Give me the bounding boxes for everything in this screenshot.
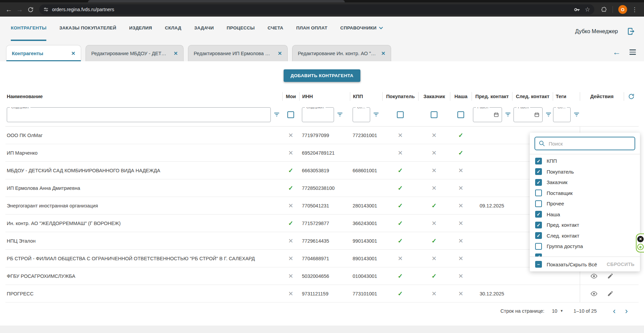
column-header[interactable]: ИНН xyxy=(299,92,350,101)
view-icon[interactable] xyxy=(590,291,598,296)
address-bar[interactable]: orders.regina.fvds.ru/partners ☆ xyxy=(39,4,594,15)
back-icon[interactable]: ← xyxy=(3,4,14,15)
edit-icon[interactable] xyxy=(607,273,614,279)
column-menu-item[interactable]: ✓КПП xyxy=(530,156,640,166)
filter-funnel-icon[interactable] xyxy=(337,112,343,117)
filter-text-input[interactable] xyxy=(305,108,331,122)
toggle-all-checkbox[interactable]: – xyxy=(535,261,542,268)
checked-checkbox[interactable]: ✓ xyxy=(535,179,542,186)
filter-checkbox[interactable] xyxy=(431,111,437,118)
view-icon[interactable] xyxy=(590,273,598,279)
filter-input[interactable]: Равен xyxy=(473,107,502,122)
unchecked-checkbox[interactable] xyxy=(535,200,542,207)
column-header[interactable]: Теги xyxy=(553,92,580,101)
document-tab[interactable]: Контрагенты✕ xyxy=(6,45,81,61)
column-menu-item[interactable]: ✓Пред. контакт xyxy=(530,220,640,230)
nav-item[interactable]: ЗАДАЧИ xyxy=(194,25,214,41)
unchecked-checkbox[interactable] xyxy=(535,243,542,250)
column-menu-item[interactable]: Группа доступа xyxy=(530,241,640,252)
nav-item[interactable]: ПРОЦЕССЫ xyxy=(227,25,255,41)
table-row[interactable]: ПРОГРЕСС✕9731121159773101001✓✕✕30.12.202… xyxy=(5,285,639,303)
tab-scroll-left-icon[interactable]: ← xyxy=(613,48,621,56)
password-key-icon[interactable] xyxy=(574,6,580,13)
nav-item[interactable]: ПЛАН ОПЛАТ xyxy=(296,25,327,41)
filter-text-input[interactable] xyxy=(556,108,568,122)
site-settings-icon[interactable] xyxy=(43,7,49,12)
checked-checkbox[interactable]: ✓ xyxy=(535,232,542,239)
calendar-icon[interactable] xyxy=(494,112,499,117)
forward-icon[interactable]: → xyxy=(14,4,25,15)
browser-menu-icon[interactable]: ⋮ xyxy=(629,4,640,15)
column-menu-item[interactable]: ✓Покупатель xyxy=(530,166,640,177)
filter-text-input[interactable] xyxy=(10,108,268,122)
checked-checkbox[interactable]: ✓ xyxy=(535,158,542,164)
document-tab[interactable]: Редактирование Ин. контр. АО "ЖЕЛДОР...✕ xyxy=(292,45,391,61)
column-menu-item[interactable]: ✓Заказчик xyxy=(530,177,640,188)
search-input[interactable] xyxy=(549,141,631,147)
close-tab-icon[interactable]: ✕ xyxy=(173,50,178,57)
calendar-icon[interactable] xyxy=(534,112,540,117)
url-text[interactable]: orders.regina.fvds.ru/partners xyxy=(52,7,569,12)
filter-input[interactable]: Равен xyxy=(514,107,543,122)
tab-menu-icon[interactable] xyxy=(629,48,636,56)
nav-item[interactable]: СПРАВОЧНИКИ xyxy=(340,25,383,41)
browser-avatar[interactable]: O xyxy=(618,5,627,14)
column-menu-item[interactable]: ✓ xyxy=(530,252,640,257)
column-header[interactable]: След. контакт xyxy=(512,92,553,101)
nav-item[interactable]: КОНТРАГЕНТЫ xyxy=(11,25,46,41)
column-search[interactable] xyxy=(534,137,635,150)
filter-input[interactable]: Со... xyxy=(553,107,571,122)
filter-funnel-icon[interactable] xyxy=(574,112,579,117)
unchecked-checkbox[interactable] xyxy=(535,190,542,196)
close-tab-icon[interactable]: ✕ xyxy=(278,50,282,57)
add-counterparty-button[interactable]: ДОБАВИТЬ КОНТРАГЕНТА xyxy=(284,69,360,82)
filter-funnel-icon[interactable] xyxy=(546,112,551,117)
filter-checkbox[interactable] xyxy=(287,111,294,118)
filter-funnel-icon[interactable] xyxy=(505,112,511,117)
nav-item[interactable]: ИЗДЕЛИЯ xyxy=(129,25,152,41)
reload-icon[interactable] xyxy=(25,4,36,15)
rows-per-page-select[interactable]: 10 ▼ xyxy=(552,308,563,314)
extension-e-icon[interactable]: e xyxy=(637,244,644,250)
column-header[interactable]: Наша xyxy=(450,92,472,101)
checked-checkbox[interactable]: ✓ xyxy=(535,168,542,175)
checked-checkbox[interactable]: ✓ xyxy=(535,222,542,228)
nav-item[interactable]: СКЛАД xyxy=(165,25,182,41)
filter-text-input[interactable] xyxy=(517,108,534,122)
column-menu-item[interactable]: Прочее xyxy=(530,198,640,209)
document-tab[interactable]: Редактирование МБДОУ - ДЕТСКИЙ САД...✕ xyxy=(86,45,184,61)
column-header[interactable]: Заказчик xyxy=(418,92,450,101)
filter-input[interactable]: Содержит xyxy=(302,107,334,122)
filter-input[interactable]: Со... xyxy=(353,107,370,122)
filter-text-input[interactable] xyxy=(477,108,494,122)
column-menu-item[interactable]: ✓Наша xyxy=(530,209,640,220)
column-header[interactable]: Наименование xyxy=(5,92,282,101)
column-header[interactable]: Действия xyxy=(580,92,624,101)
filter-input[interactable]: Содержит xyxy=(7,107,271,122)
column-header[interactable]: Покупатель xyxy=(382,92,418,101)
column-header[interactable]: Мои xyxy=(282,92,299,101)
extensions-icon[interactable] xyxy=(598,4,609,15)
document-tab[interactable]: Редактирование ИП Ермолова Анна Дми...✕ xyxy=(188,45,288,61)
refresh-icon[interactable] xyxy=(628,93,635,100)
close-tab-icon[interactable]: ✕ xyxy=(381,50,385,57)
reset-button[interactable]: СБРОСИТЬ xyxy=(607,262,635,267)
prev-page-icon[interactable]: ‹ xyxy=(608,307,620,315)
checked-checkbox[interactable]: ✓ xyxy=(535,253,542,257)
filter-text-input[interactable] xyxy=(356,108,367,122)
nav-item[interactable]: СЧЕТА xyxy=(268,25,284,41)
column-menu-item[interactable]: Поставщик xyxy=(530,188,640,199)
checked-checkbox[interactable]: ✓ xyxy=(535,211,542,218)
filter-checkbox[interactable] xyxy=(397,111,404,118)
nav-item[interactable]: ЗАКАЗЫ ПОКУПАТЕЛЕЙ xyxy=(59,25,116,41)
column-header[interactable]: КПП xyxy=(350,92,382,101)
column-menu-item[interactable]: ✓След. контакт xyxy=(530,230,640,241)
edit-icon[interactable] xyxy=(607,290,614,297)
filter-funnel-icon[interactable] xyxy=(274,112,280,117)
logout-icon[interactable] xyxy=(627,27,636,36)
column-header[interactable]: Пред. контакт xyxy=(472,92,512,101)
browser-tab[interactable] xyxy=(88,0,345,2)
close-tab-icon[interactable]: ✕ xyxy=(71,50,75,57)
next-page-icon[interactable]: › xyxy=(620,307,633,315)
close-badge-icon[interactable]: ✕ xyxy=(637,236,644,242)
